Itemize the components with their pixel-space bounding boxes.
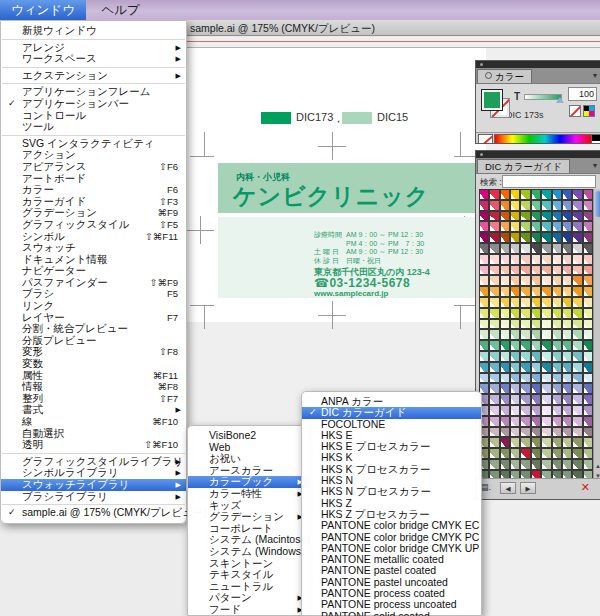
dic-color-swatch[interactable] bbox=[572, 319, 582, 330]
dic-color-swatch[interactable] bbox=[552, 297, 562, 308]
dic-color-swatch[interactable] bbox=[583, 308, 593, 319]
dic-color-swatch[interactable] bbox=[552, 189, 562, 200]
dic-color-swatch[interactable] bbox=[500, 394, 510, 405]
dic-color-swatch[interactable] bbox=[583, 427, 593, 438]
dic-color-swatch[interactable] bbox=[489, 319, 499, 330]
dic-color-swatch[interactable] bbox=[572, 405, 582, 416]
dic-color-swatch[interactable] bbox=[489, 243, 499, 254]
dic-color-swatch[interactable] bbox=[562, 211, 572, 222]
menu-item[interactable]: ブラシライブラリ▶ bbox=[1, 491, 186, 503]
dic-color-swatch[interactable] bbox=[572, 265, 582, 276]
dic-color-swatch[interactable] bbox=[552, 437, 562, 448]
dic-color-swatch[interactable] bbox=[510, 427, 520, 438]
dic-color-swatch[interactable] bbox=[572, 243, 582, 254]
dic-color-swatch[interactable] bbox=[562, 243, 572, 254]
dic-color-swatch[interactable] bbox=[489, 416, 499, 427]
dic-color-swatch[interactable] bbox=[541, 329, 551, 340]
color-spectrum-bar[interactable] bbox=[494, 134, 592, 144]
dic-color-swatch[interactable] bbox=[520, 405, 530, 416]
dic-color-swatch[interactable] bbox=[531, 254, 541, 265]
dic-color-swatch[interactable] bbox=[583, 373, 593, 384]
search-input[interactable] bbox=[502, 175, 596, 188]
dic-color-swatch[interactable] bbox=[510, 437, 520, 448]
dic-color-swatch[interactable] bbox=[479, 351, 489, 362]
dic-color-swatch[interactable] bbox=[500, 373, 510, 384]
dic-color-swatch[interactable] bbox=[489, 221, 499, 232]
dic-color-swatch[interactable] bbox=[552, 373, 562, 384]
dic-color-swatch[interactable] bbox=[541, 189, 551, 200]
dic-color-swatch[interactable] bbox=[572, 427, 582, 438]
dic-color-swatch[interactable] bbox=[520, 265, 530, 276]
dic-color-swatch[interactable] bbox=[510, 200, 520, 211]
menubar-item-window[interactable]: ウィンドウ bbox=[0, 0, 86, 20]
dic-color-swatch[interactable] bbox=[531, 448, 541, 459]
dic-color-swatch[interactable] bbox=[562, 373, 572, 384]
dic-color-swatch[interactable] bbox=[583, 297, 593, 308]
dic-color-swatch[interactable] bbox=[572, 416, 582, 427]
dic-color-swatch[interactable] bbox=[583, 265, 593, 276]
menu-item[interactable]: PANTONE solid coated bbox=[302, 611, 481, 616]
dic-color-swatch[interactable] bbox=[520, 308, 530, 319]
dic-color-swatch[interactable] bbox=[552, 329, 562, 340]
panel-menu-icon[interactable]: ▾ bbox=[593, 161, 597, 170]
dic-color-swatch[interactable] bbox=[531, 211, 541, 222]
dic-color-swatch[interactable] bbox=[489, 373, 499, 384]
dic-color-swatch[interactable] bbox=[479, 189, 489, 200]
dic-color-swatch[interactable] bbox=[552, 459, 562, 470]
dic-color-swatch[interactable] bbox=[489, 340, 499, 351]
dic-color-swatch[interactable] bbox=[500, 340, 510, 351]
dic-color-swatch[interactable] bbox=[572, 297, 582, 308]
cmyk-gamut-icon[interactable] bbox=[583, 105, 595, 117]
dic-color-swatch[interactable] bbox=[489, 437, 499, 448]
menu-item[interactable]: 新規ウィンドウ bbox=[1, 25, 186, 37]
dic-color-swatch[interactable] bbox=[510, 362, 520, 373]
dic-color-swatch[interactable] bbox=[562, 221, 572, 232]
panel-title-strip[interactable] bbox=[476, 61, 600, 68]
dic-color-swatch[interactable] bbox=[500, 405, 510, 416]
dic-color-swatch[interactable] bbox=[572, 232, 582, 243]
dic-color-swatch[interactable] bbox=[583, 254, 593, 265]
dic-color-swatch[interactable] bbox=[583, 448, 593, 459]
tint-slider-knob[interactable] bbox=[556, 97, 564, 103]
dic-color-swatch[interactable] bbox=[531, 286, 541, 297]
dic-color-swatch[interactable] bbox=[510, 448, 520, 459]
menu-item[interactable]: カラー特性▶ bbox=[188, 488, 308, 500]
dic-color-swatch[interactable] bbox=[510, 308, 520, 319]
dic-color-swatch[interactable] bbox=[541, 373, 551, 384]
dic-color-swatch[interactable] bbox=[500, 297, 510, 308]
dic-color-swatch[interactable] bbox=[520, 448, 530, 459]
scroll-up-icon[interactable]: ▲ bbox=[594, 461, 600, 471]
menu-item[interactable]: パターン▶ bbox=[188, 592, 308, 604]
dic-color-swatch[interactable] bbox=[562, 459, 572, 470]
dic-color-swatch[interactable] bbox=[520, 383, 530, 394]
dic-color-swatch[interactable] bbox=[500, 329, 510, 340]
dic-color-swatch[interactable] bbox=[500, 319, 510, 330]
dic-color-swatch[interactable] bbox=[489, 405, 499, 416]
dic-color-swatch[interactable] bbox=[520, 319, 530, 330]
dic-color-swatch[interactable] bbox=[541, 448, 551, 459]
dic-color-swatch[interactable] bbox=[572, 221, 582, 232]
dic-color-swatch[interactable] bbox=[520, 189, 530, 200]
dic-color-swatch[interactable] bbox=[500, 265, 510, 276]
dic-color-swatch[interactable] bbox=[531, 416, 541, 427]
dic-color-swatch[interactable] bbox=[541, 319, 551, 330]
dic-color-swatch[interactable] bbox=[510, 373, 520, 384]
dic-color-swatch[interactable] bbox=[510, 383, 520, 394]
dic-color-swatch[interactable] bbox=[479, 211, 489, 222]
dic-color-swatch[interactable] bbox=[489, 362, 499, 373]
dic-color-swatch[interactable] bbox=[541, 211, 551, 222]
dic-color-swatch[interactable] bbox=[583, 394, 593, 405]
dic-color-swatch[interactable] bbox=[500, 427, 510, 438]
dic-color-swatch[interactable] bbox=[531, 243, 541, 254]
dic-color-swatch[interactable] bbox=[489, 265, 499, 276]
dic-color-swatch[interactable] bbox=[541, 437, 551, 448]
dic-color-swatch[interactable] bbox=[583, 362, 593, 373]
dic-color-swatch[interactable] bbox=[520, 211, 530, 222]
dic-color-swatch[interactable] bbox=[552, 232, 562, 243]
dic-color-swatch[interactable] bbox=[510, 211, 520, 222]
fill-swatch[interactable] bbox=[481, 89, 503, 111]
dic-color-swatch[interactable] bbox=[572, 200, 582, 211]
dic-color-swatch[interactable] bbox=[520, 340, 530, 351]
dic-color-swatch[interactable] bbox=[520, 232, 530, 243]
dic-color-swatch[interactable] bbox=[500, 232, 510, 243]
